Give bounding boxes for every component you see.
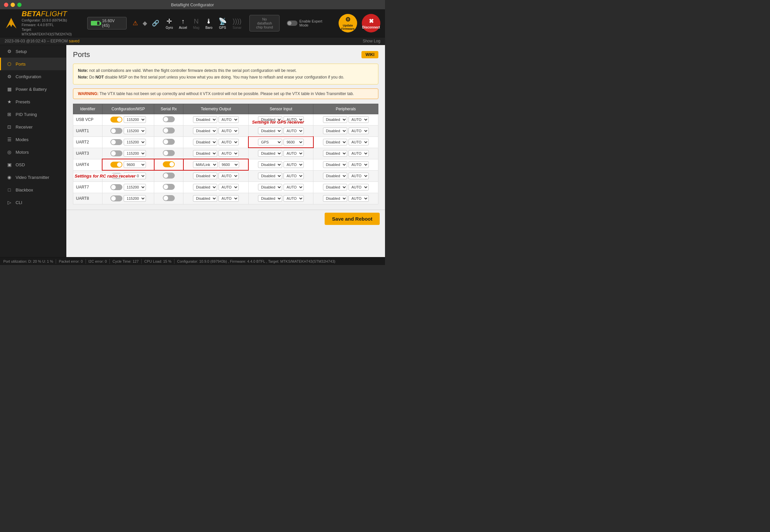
save-reboot-button[interactable]: Save and Reboot — [325, 213, 380, 225]
row-telem: DisabledAUTO — [183, 136, 249, 148]
sensor-baud-uart8[interactable]: AUTO — [284, 195, 304, 202]
periph-type-uart8[interactable]: Disabled — [323, 195, 347, 202]
serial-rx-toggle-uart2[interactable] — [163, 139, 175, 145]
sidebar-item-osd[interactable]: ▣ OSD — [0, 158, 66, 171]
sidebar-item-pid-tuning[interactable]: ⊞ PID Tuning — [0, 108, 66, 121]
sensor-baud-uart1[interactable]: AUTO — [284, 128, 304, 134]
telem-type-uart1[interactable]: Disabled — [193, 128, 217, 134]
periph-type-uart5[interactable]: Disabled — [323, 173, 347, 179]
serial-rx-toggle-uart5[interactable] — [163, 173, 175, 179]
serial-rx-toggle-uart1[interactable] — [163, 128, 175, 133]
telem-type-uart5[interactable]: Disabled — [193, 173, 217, 179]
telem-baud-uart1[interactable]: AUTO — [219, 128, 239, 134]
sensor-type-uart4[interactable]: Disabled — [258, 161, 282, 168]
expert-mode-area[interactable]: Enable Expert Mode — [287, 19, 332, 27]
telem-baud-uart5[interactable]: AUTO — [219, 173, 239, 179]
sensor-baud-uart2[interactable]: 9600AUTO — [284, 139, 304, 145]
disconnect-button[interactable]: ✖ Disconnect — [362, 14, 380, 32]
osd-icon: ▣ — [6, 162, 12, 167]
sidebar-item-modes[interactable]: ☰ Modes — [0, 133, 66, 146]
serial-rx-toggle-uart8[interactable] — [163, 195, 175, 201]
serial-rx-toggle-uart3[interactable] — [163, 150, 175, 156]
sensor-type-uart3[interactable]: Disabled — [258, 150, 282, 157]
msp-baud-uart2[interactable]: 115200 — [124, 139, 146, 145]
sidebar-item-blackbox[interactable]: □ Blackbox — [0, 184, 66, 196]
sensor-type-uart7[interactable]: Disabled — [258, 184, 282, 190]
sidebar-item-motors[interactable]: ◎ Motors — [0, 146, 66, 158]
th-config-msp: Configuration/MSP — [102, 104, 154, 114]
telem-baud-usbvcp[interactable]: AUTO — [219, 116, 239, 123]
sensor-mag: N Mag — [190, 16, 202, 31]
sidebar-item-video-transmitter[interactable]: ◉ Video Transmitter — [0, 171, 66, 184]
telem-type-uart4[interactable]: MAVLinkDisabled — [193, 161, 218, 168]
msp-baud-uart7[interactable]: 115200 — [124, 184, 146, 190]
msp-toggle-usbvcp[interactable] — [110, 117, 122, 123]
msp-baud-usbvcp[interactable]: 115200 — [124, 116, 146, 123]
periph-baud-uart8[interactable]: AUTO — [349, 195, 369, 202]
msp-baud-uart8[interactable]: 115200 — [124, 195, 146, 202]
row-serial-rx — [154, 193, 183, 204]
minimize-button[interactable] — [11, 3, 15, 7]
msp-baud-uart3[interactable]: 115200 — [124, 150, 146, 157]
telem-baud-uart7[interactable]: AUTO — [219, 184, 239, 190]
sidebar-item-ports[interactable]: ⬡ Ports — [0, 58, 66, 70]
msp-baud-uart1[interactable]: 115200 — [124, 128, 146, 134]
msp-toggle-uart7[interactable] — [110, 184, 122, 190]
msp-toggle-uart8[interactable] — [110, 195, 122, 201]
periph-baud-uart1[interactable]: AUTO — [349, 128, 369, 134]
expert-mode-toggle[interactable] — [287, 21, 298, 26]
sensor-type-uart5[interactable]: Disabled — [258, 173, 282, 179]
telem-type-usbvcp[interactable]: Disabled — [193, 116, 217, 123]
update-firmware-label: UpdateFirmware — [341, 24, 355, 30]
telem-type-uart8[interactable]: Disabled — [193, 195, 217, 202]
periph-baud-uart4[interactable]: AUTO — [349, 161, 369, 168]
periph-baud-uart7[interactable]: AUTO — [349, 184, 369, 190]
sidebar-item-setup[interactable]: ⚙ Setup — [0, 45, 66, 58]
sidebar-item-presets[interactable]: ★ Presets — [0, 95, 66, 108]
telem-baud-uart3[interactable]: AUTO — [219, 150, 239, 157]
periph-type-uart3[interactable]: Disabled — [323, 150, 347, 157]
sensor-baud-uart3[interactable]: AUTO — [284, 150, 304, 157]
wiki-button[interactable]: WIKI — [361, 51, 378, 58]
periph-type-uart2[interactable]: Disabled — [323, 139, 347, 145]
msp-toggle-uart4[interactable] — [110, 162, 122, 168]
msp-toggle-uart1[interactable] — [110, 128, 122, 134]
window-controls[interactable] — [4, 3, 22, 7]
telem-type-uart2[interactable]: Disabled — [193, 139, 217, 145]
msp-toggle-uart3[interactable] — [110, 150, 122, 156]
periph-type-usbvcp[interactable]: Disabled — [323, 116, 347, 123]
row-periph: DisabledAUTO — [313, 170, 378, 182]
sensor-type-uart1[interactable]: Disabled — [258, 128, 282, 134]
sensor-baud-uart5[interactable]: AUTO — [284, 173, 304, 179]
sensor-baud-uart7[interactable]: AUTO — [284, 184, 304, 190]
periph-type-uart7[interactable]: Disabled — [323, 184, 347, 190]
telem-baud-uart2[interactable]: AUTO — [219, 139, 239, 145]
periph-baud-uart5[interactable]: AUTO — [349, 173, 369, 179]
close-button[interactable] — [4, 3, 8, 7]
periph-baud-uart2[interactable]: AUTO — [349, 139, 369, 145]
telem-type-uart7[interactable]: Disabled — [193, 184, 217, 190]
serial-rx-toggle-uart7[interactable] — [163, 184, 175, 190]
sidebar-item-power-battery[interactable]: ▦ Power & Battery — [0, 83, 66, 95]
sensor-baud-uart4[interactable]: AUTO — [284, 161, 304, 168]
periph-type-uart1[interactable]: Disabled — [323, 128, 347, 134]
sensor-type-uart2[interactable]: GPSDisabled — [258, 139, 282, 145]
periph-baud-uart3[interactable]: AUTO — [349, 150, 369, 157]
sidebar-item-configuration[interactable]: ⚙ Configuration — [0, 70, 66, 83]
serial-rx-toggle-usbvcp[interactable] — [163, 116, 175, 122]
th-serial-rx: Serial Rx — [154, 104, 183, 114]
msp-toggle-uart2[interactable] — [110, 139, 122, 145]
msp-baud-uart4[interactable]: 9600115200 — [124, 161, 146, 168]
show-log-button[interactable]: Show Log — [363, 39, 380, 43]
telem-type-uart3[interactable]: Disabled — [193, 150, 217, 157]
sidebar-item-cli[interactable]: ▷ CLI — [0, 196, 66, 209]
sensor-type-uart8[interactable]: Disabled — [258, 195, 282, 202]
telem-baud-uart4[interactable]: 9600AUTO — [219, 161, 239, 168]
update-firmware-button[interactable]: ⚙ UpdateFirmware — [339, 14, 357, 32]
maximize-button[interactable] — [17, 3, 22, 7]
sidebar-item-receiver[interactable]: ⊡ Receiver — [0, 121, 66, 133]
telem-baud-uart8[interactable]: AUTO — [219, 195, 239, 202]
periph-type-uart4[interactable]: Disabled — [323, 161, 347, 168]
serial-rx-toggle-uart4[interactable] — [163, 161, 175, 167]
periph-baud-usbvcp[interactable]: AUTO — [349, 116, 369, 123]
